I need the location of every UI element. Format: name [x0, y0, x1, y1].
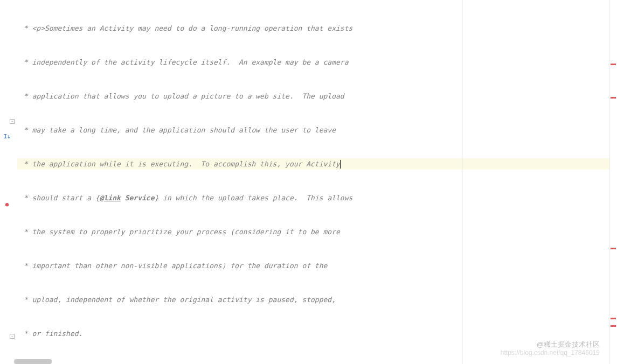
fold-collapse-icon[interactable]: - — [10, 119, 15, 124]
comment-text: * independently of the activity lifecycl… — [19, 58, 348, 66]
error-marker[interactable] — [611, 325, 616, 327]
code-area[interactable]: * <p>Sometimes an Activity may need to d… — [15, 0, 609, 364]
comment-text: * upload, independent of whether the ori… — [19, 296, 336, 304]
comment-text: * or finished. — [19, 330, 82, 338]
error-stripe[interactable] — [609, 0, 617, 364]
comment-text: * important than other non-visible appli… — [19, 262, 327, 270]
editor-wrap: - I↓ ● - * <p>Sometimes an Activity may … — [0, 0, 617, 364]
watermark-url: https://blog.csdn.net/qq_17846019 — [501, 347, 600, 359]
error-marker[interactable] — [611, 97, 616, 99]
comment-text: * the system to properly prioritize your… — [19, 228, 340, 236]
implements-gutter-icon[interactable]: I↓ — [2, 131, 12, 142]
error-gutter-icon[interactable]: ● — [2, 199, 12, 210]
error-marker[interactable] — [611, 64, 616, 65]
error-marker[interactable] — [611, 318, 616, 319]
right-margin-line — [462, 0, 462, 364]
comment-text: } in which the upload takes place. This … — [154, 194, 352, 202]
comment-text: * should start a { — [19, 194, 100, 202]
comment-text: * the application while it is executing.… — [19, 160, 340, 168]
gutter: - I↓ ● - — [0, 0, 15, 364]
comment-text: * <p>Sometimes an Activity may need to d… — [19, 24, 352, 32]
fold-collapse-icon[interactable]: - — [10, 334, 15, 339]
horizontal-scrollbar-thumb[interactable] — [14, 359, 52, 364]
comment-text: * application that allows you to upload … — [19, 92, 344, 100]
comment-text: * may take a long time, and the applicat… — [19, 126, 336, 134]
link-target[interactable]: Service — [121, 194, 155, 202]
current-line[interactable]: * the application while it is executing.… — [17, 158, 609, 170]
text-caret — [340, 160, 341, 169]
error-marker[interactable] — [611, 248, 616, 249]
javadoc-link-tag[interactable]: @link — [100, 194, 121, 202]
